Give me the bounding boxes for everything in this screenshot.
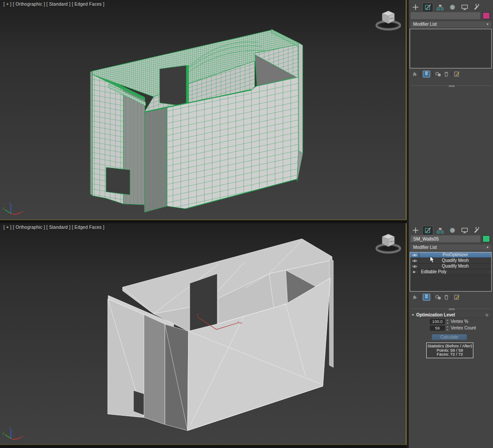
viewport-margin — [0, 220, 407, 223]
utilities-wrench-icon — [473, 227, 480, 234]
modifier-list-dropdown[interactable]: Modifier List ▼ — [411, 244, 491, 251]
stack-row-quadify-1[interactable]: Quadify Mesh — [410, 258, 491, 264]
divider-grip[interactable] — [448, 308, 455, 311]
modifier-stack: ProOptimizer Quadify Mesh Quadify Mesh ▶… — [410, 252, 492, 292]
gizmo-x-label: x — [240, 321, 242, 325]
axis-tripod: z y x — [2, 200, 24, 220]
expand-arrow-icon[interactable]: ▶ — [410, 269, 419, 275]
pin-stack-icon[interactable] — [412, 71, 418, 77]
viewport-label[interactable]: [ + ] [ Orthographic ] [ Standard ] [ Ed… — [3, 225, 104, 230]
remove-modifier-icon[interactable] — [444, 294, 449, 300]
axis-y-label: y — [3, 431, 4, 435]
object-name-field[interactable]: SM_Walls05 — [411, 235, 480, 242]
viewcube-front-face-label: FRONT — [389, 240, 396, 243]
modifier-list-label: Modifier List — [413, 245, 437, 250]
modifier-name: Quadify Mesh — [419, 264, 491, 269]
modifier-list-label: Modifier List — [413, 22, 437, 27]
tab-display[interactable] — [459, 3, 470, 12]
tab-utilities[interactable] — [471, 3, 482, 12]
tab-display[interactable] — [459, 226, 470, 235]
tab-modify[interactable] — [422, 3, 433, 12]
display-icon — [461, 227, 468, 234]
tab-utilities[interactable] — [471, 226, 482, 235]
visibility-eye-icon[interactable] — [410, 258, 419, 263]
vertex-count-input[interactable]: 59 — [430, 326, 445, 331]
tab-hierarchy[interactable] — [435, 226, 445, 235]
panel-divider — [411, 85, 491, 86]
show-end-result-icon[interactable] — [423, 71, 430, 78]
statistics-faces: Faces: 72 / 72 — [427, 352, 473, 356]
axis-x-label: x — [21, 210, 23, 213]
stack-row-quadify-2[interactable]: Quadify Mesh — [410, 264, 491, 269]
viewport-top[interactable]: [ + ] [ Orthographic ] [ Standard ] [ Ed… — [0, 0, 407, 220]
make-unique-icon[interactable] — [435, 71, 442, 77]
spinner-arrows[interactable]: ▲ ▼ — [445, 319, 449, 324]
divider-grip[interactable] — [448, 85, 455, 88]
stack-toolbar — [412, 294, 460, 301]
modifier-name: Editable Poly — [419, 269, 491, 275]
rollout-corner-marker — [486, 314, 488, 316]
viewport-margin — [0, 445, 407, 448]
tab-hierarchy[interactable] — [435, 3, 445, 12]
tab-motion[interactable] — [447, 226, 458, 235]
object-color-swatch[interactable] — [483, 12, 490, 19]
axis-tripod: z y x — [2, 425, 24, 445]
command-panel-tabs — [410, 226, 482, 235]
rollout-title: Optimization Level — [416, 312, 455, 317]
modifier-stack-empty[interactable] — [410, 29, 492, 68]
chevron-down-icon: ▼ — [486, 244, 489, 251]
3dsmax-screenshot: { "colors": { "viewport_border": "#8f762… — [0, 0, 493, 448]
viewcube[interactable]: FRONT — [373, 8, 403, 31]
spinner-down-icon: ▼ — [445, 329, 449, 331]
tab-modify[interactable] — [422, 226, 433, 235]
screenshot-top-half: [ + ] [ Orthographic ] [ Standard ] [ Ed… — [0, 0, 493, 223]
tab-motion[interactable] — [447, 3, 458, 12]
motion-icon — [449, 227, 456, 234]
rollout-optimization-level[interactable]: ▼ Optimization Level — [410, 312, 491, 318]
modify-icon — [425, 4, 431, 10]
tab-create[interactable] — [410, 3, 421, 12]
stack-row-editable-poly[interactable]: ▶ Editable Poly — [410, 269, 491, 275]
spinner-up-icon: ▲ — [445, 326, 449, 328]
statistics-box: Statistics (Before / After) Points: 59 /… — [426, 343, 473, 358]
command-panel-bottom: SM_Walls05 Modifier List ▼ ProOptimizer … — [409, 223, 493, 448]
rollout-collapse-icon: ▼ — [411, 313, 414, 316]
object-name-field[interactable] — [411, 12, 480, 19]
stack-row-prooptimizer[interactable]: ProOptimizer — [410, 252, 491, 258]
remove-modifier-icon[interactable] — [444, 71, 449, 77]
vertex-percent-label: Vertex % — [451, 319, 468, 324]
command-panel-tabs — [410, 3, 482, 12]
wall-model-quadified — [0, 0, 406, 220]
viewport-bottom[interactable]: Y x [ + ] [ Orthographic ] [ Standard ] … — [0, 223, 407, 445]
utilities-wrench-icon — [473, 4, 480, 10]
calculate-button[interactable]: Calculate — [432, 334, 467, 340]
vertex-count-label: Vertex Count — [451, 326, 476, 331]
show-end-result-icon[interactable] — [423, 294, 430, 301]
object-color-swatch[interactable] — [483, 235, 490, 242]
vertex-percent-input[interactable]: 100.0 — [430, 319, 445, 324]
pin-stack-icon[interactable] — [412, 294, 418, 300]
screenshot-bottom-half: Y x [ + ] [ Orthographic ] [ Standard ] … — [0, 223, 493, 448]
motion-icon — [449, 4, 456, 10]
modifier-list-dropdown[interactable]: Modifier List ▼ — [411, 21, 491, 27]
viewcube-front-face-label: FRONT — [389, 17, 396, 20]
spinner-arrows[interactable]: ▲ ▼ — [445, 326, 449, 331]
spinner-up-icon: ▲ — [445, 319, 449, 322]
visibility-eye-icon[interactable] — [410, 252, 419, 258]
configure-modifier-sets-icon[interactable] — [454, 71, 460, 77]
panel-divider — [411, 309, 491, 309]
make-unique-icon[interactable] — [435, 294, 442, 300]
configure-modifier-sets-icon[interactable] — [454, 294, 460, 300]
tab-create[interactable] — [410, 226, 421, 235]
command-panel-top: Modifier List ▼ — [409, 0, 493, 223]
mouse-cursor — [430, 256, 435, 263]
viewport-label[interactable]: [ + ] [ Orthographic ] [ Standard ] [ Ed… — [3, 2, 104, 7]
hierarchy-icon — [437, 4, 444, 10]
stack-toolbar — [412, 71, 460, 78]
viewcube[interactable]: FRONT — [373, 231, 403, 255]
gizmo-y-label: Y — [196, 313, 199, 317]
create-plus-icon — [412, 227, 419, 234]
visibility-eye-icon[interactable] — [410, 264, 419, 269]
wall-model-optimized: Y x — [0, 223, 406, 445]
vertex-percent-row: 100.0 ▲ ▼ Vertex % — [409, 319, 493, 325]
